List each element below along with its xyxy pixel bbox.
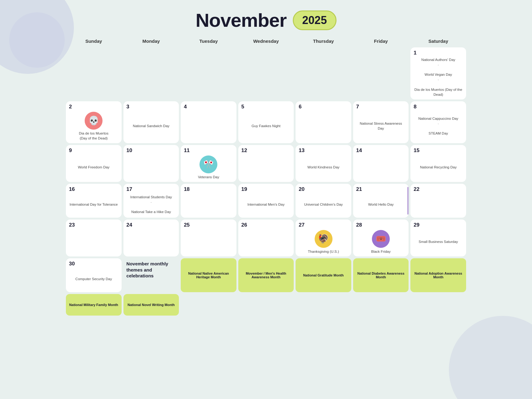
day-events [184,111,233,141]
day-events: International Day for Tolerance [69,194,119,215]
day-30: 30 Computer Security Day [66,258,122,292]
day-16: 16 International Day for Tolerance [66,184,122,218]
day-9: 9 World Freedom Day [66,145,122,182]
day-events: National Sandwich Day [127,111,176,141]
day-3: 3 National Sandwich Day [123,101,179,143]
day-header-saturday: Saturday [410,37,466,46]
day-events [356,155,406,179]
day-6: 6 [296,101,351,143]
day-number: 20 [299,186,348,192]
day-events [184,194,233,215]
accent-bar [407,187,409,215]
ticket-icon: 🎟️ [372,230,390,248]
day-8: 8 National Cappuccino Day-STEAM Day [410,101,466,143]
monthly-badge-1: National Native American Heritage Month [181,258,236,292]
day-events: 💀 Dia de los Muertos(Day of the Dead) [69,111,119,141]
empty-cell [296,47,351,99]
day-header-monday: Monday [123,37,179,46]
monthly-badge-2: Movember / Men's Health Awareness Month [238,258,294,292]
day-number: 8 [413,104,463,110]
day-18: 18 [181,184,236,218]
day-1: 1 National Authors' Day - World Vegan Da… [410,47,466,99]
empty-cell [123,47,179,99]
day-21: 21 World Hello Day [353,184,409,218]
skull-icon: 💀 [85,112,103,130]
day-number: 9 [69,147,119,154]
day-2: 2 💀 Dia de los Muertos(Day of the Dead) [66,101,122,143]
day-header-wednesday: Wednesday [238,37,294,46]
monthly-badge-3: National Gratitude Month [296,258,351,292]
day-events [127,155,176,179]
day-number: 29 [413,222,463,228]
day-events: World Hello Day [356,194,406,215]
flags-icon: 🎌 [200,155,217,173]
empty-cell [238,47,294,99]
day-number: 10 [127,147,176,154]
day-number: 25 [184,222,233,228]
day-events: Universal Children's Day [299,194,348,215]
day-7: 7 National Stress Awareness Day [353,101,409,143]
day-events: World Freedom Day [69,155,119,179]
day-number: 21 [356,186,406,192]
day-number: 15 [413,147,463,154]
day-events: 🎌 Veterans Day [184,155,233,179]
day-events [241,229,291,254]
day-24: 24 [123,220,179,256]
day-header-friday: Friday [353,37,409,46]
day-headers-row: Sunday Monday Tuesday Wednesday Thursday… [66,37,466,46]
day-events [184,229,233,254]
day-events: International Men's Day [241,194,291,215]
day-number: 14 [356,147,406,154]
day-number: 24 [127,222,176,228]
day-number: 18 [184,186,233,192]
decorative-circle [449,316,532,399]
day-20: 20 Universal Children's Day [296,184,351,218]
day-14: 14 [353,145,409,182]
day-number: 5 [241,104,291,110]
day-events [69,229,119,254]
day-events: Computer Security Day [69,268,119,290]
monthly-badge-5: National Adoption Awareness Month [410,258,466,292]
day-events [127,229,176,254]
day-number: 1 [413,50,463,56]
day-23: 23 [66,220,122,256]
day-29: 29 Small Business Saturday [410,220,466,256]
day-number: 22 [413,186,463,192]
day-27: 27 🦃 Thanksgiving (U.S.) [296,220,351,256]
day-number: 17 [127,186,176,192]
day-number: 19 [241,186,291,192]
day-events: National Authors' Day - World Vegan Day … [413,57,463,97]
day-22: 22 [410,184,466,218]
day-events: National Stress Awareness Day [356,111,406,141]
day-number: 6 [299,104,348,110]
day-11: 11 🎌 Veterans Day [181,145,236,182]
day-19: 19 International Men's Day [238,184,294,218]
day-26: 26 [238,220,294,256]
empty-cell [353,47,409,99]
day-28: 28 🎟️ Black Friday [353,220,409,256]
day-header-thursday: Thursday [296,37,351,46]
day-header-tuesday: Tuesday [181,37,236,46]
day-events: 🦃 Thanksgiving (U.S.) [299,229,348,254]
day-number: 11 [184,147,233,154]
day-number: 2 [69,104,119,110]
year-badge: 2025 [293,10,337,30]
footer-row: 30 Computer Security Day November monthl… [66,258,466,316]
calendar-header: November 2025 [66,6,466,31]
day-number: 12 [241,147,291,154]
day-events [299,111,348,141]
day-number: 4 [184,104,233,110]
calendar-container: November 2025 Sunday Monday Tuesday Wedn… [66,6,466,316]
empty-cell [181,47,236,99]
empty-cell [66,47,122,99]
day-5: 5 Guy Fawkes Night [238,101,294,143]
calendar-grid: 1 National Authors' Day - World Vegan Da… [66,47,466,256]
day-number: 27 [299,222,348,228]
day-number: 28 [356,222,406,228]
monthly-themes-title: November monthly themes and celebrations [127,261,176,279]
day-events: Small Business Saturday [413,229,463,254]
day-events: Guy Fawkes Night [241,111,291,141]
day-header-sunday: Sunday [66,37,122,46]
monthly-badge-4: National Diabetes Awareness Month [353,258,409,292]
day-number: 26 [241,222,291,228]
